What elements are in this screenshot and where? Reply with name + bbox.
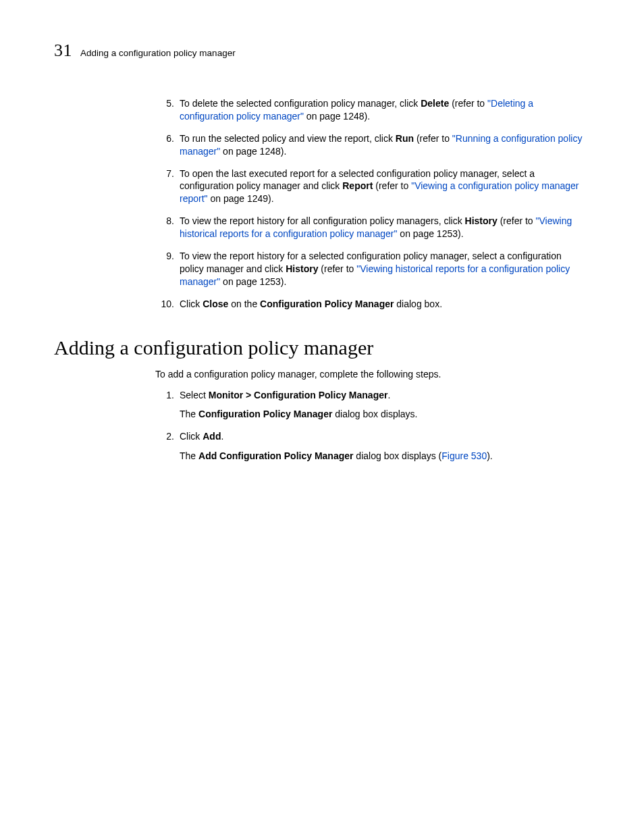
ui-label-add: Add bbox=[203, 431, 221, 442]
ui-label-dialog: Configuration Policy Manager bbox=[198, 409, 332, 419]
text: (refer to bbox=[318, 263, 356, 274]
text: (refer to bbox=[414, 133, 452, 144]
text: (refer to bbox=[449, 98, 487, 109]
text: . bbox=[387, 390, 390, 400]
text: The bbox=[180, 409, 198, 419]
step-number: 10. bbox=[155, 298, 180, 311]
text: dialog box displays ( bbox=[353, 450, 441, 461]
step-5: 5. To delete the selected configuration … bbox=[155, 97, 583, 123]
running-title: Adding a configuration policy manager bbox=[80, 48, 236, 58]
text: Click bbox=[180, 431, 203, 442]
page: 31 Adding a configuration policy manager… bbox=[0, 0, 644, 834]
ui-label-history: History bbox=[465, 215, 498, 226]
text: The bbox=[180, 450, 198, 461]
step-number: 2. bbox=[155, 430, 180, 463]
text: ). bbox=[487, 450, 493, 461]
step-number: 7. bbox=[155, 167, 180, 206]
text: on page 1248). bbox=[304, 111, 370, 122]
text: dialog box displays. bbox=[332, 409, 417, 419]
add-step-2: 2. Click Add. The Add Configuration Poli… bbox=[155, 430, 583, 463]
text: (refer to bbox=[373, 180, 411, 191]
step-number: 8. bbox=[155, 215, 180, 240]
result-text: The Configuration Policy Manager dialog … bbox=[180, 408, 583, 421]
text: on page 1253). bbox=[220, 276, 286, 287]
step-7: 7. To open the last executed report for … bbox=[155, 167, 583, 206]
step-8: 8. To view the report history for all co… bbox=[155, 215, 583, 240]
text: (refer to bbox=[498, 215, 536, 226]
figure-link[interactable]: Figure 530 bbox=[441, 450, 487, 461]
text: Select bbox=[180, 390, 209, 400]
add-step-1: 1. Select Monitor > Configuration Policy… bbox=[155, 389, 583, 421]
ui-label-delete: Delete bbox=[421, 98, 449, 109]
ui-label-close: Close bbox=[203, 298, 228, 309]
step-6: 6. To run the selected policy and view t… bbox=[155, 132, 583, 158]
step-number: 1. bbox=[155, 389, 180, 421]
top-step-list: 5. To delete the selected configuration … bbox=[155, 97, 583, 311]
step-number: 9. bbox=[155, 250, 180, 288]
section-intro: To add a configuration policy manager, c… bbox=[155, 369, 583, 380]
text: dialog box. bbox=[394, 298, 442, 309]
running-header: 31 Adding a configuration policy manager bbox=[54, 41, 590, 61]
ui-label-history: History bbox=[286, 263, 318, 274]
step-10: 10. Click Close on the Configuration Pol… bbox=[155, 298, 583, 311]
step-number: 5. bbox=[155, 97, 180, 123]
result-text: The Add Configuration Policy Manager dia… bbox=[180, 450, 583, 463]
ui-label-dialog: Add Configuration Policy Manager bbox=[198, 450, 353, 461]
text: To view the report history for all confi… bbox=[180, 215, 465, 226]
text: on page 1249). bbox=[208, 193, 274, 204]
text: . bbox=[221, 431, 223, 442]
ui-label-dialog: Configuration Policy Manager bbox=[260, 298, 394, 309]
step-number: 6. bbox=[155, 132, 180, 158]
text: To delete the selected configuration pol… bbox=[180, 98, 421, 109]
text: Click bbox=[180, 298, 203, 309]
ui-label-report: Report bbox=[342, 180, 373, 191]
step-9: 9. To view the report history for a sele… bbox=[155, 250, 583, 288]
menu-path: Monitor > Configuration Policy Manager bbox=[209, 390, 388, 400]
add-steps-list: 1. Select Monitor > Configuration Policy… bbox=[155, 389, 583, 463]
text: on the bbox=[228, 298, 260, 309]
ui-label-run: Run bbox=[396, 133, 414, 144]
text: on page 1253). bbox=[397, 228, 463, 239]
text: To run the selected policy and view the … bbox=[180, 133, 396, 144]
chapter-number: 31 bbox=[54, 41, 72, 61]
text: on page 1248). bbox=[220, 146, 286, 157]
section-heading: Adding a configuration policy manager bbox=[54, 336, 590, 359]
